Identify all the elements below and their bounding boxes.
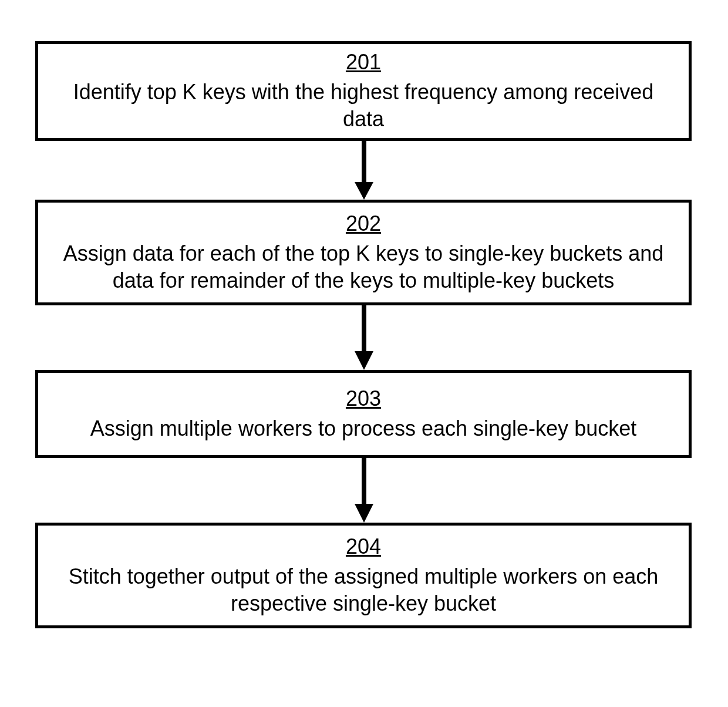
- svg-marker-3: [355, 351, 373, 370]
- svg-marker-5: [355, 504, 373, 523]
- step-text: Identify top K keys with the highest fre…: [52, 79, 675, 134]
- flowchart-step-201: 201 Identify top K keys with the highest…: [35, 41, 692, 141]
- step-text: Assign data for each of the top K keys t…: [52, 240, 675, 295]
- flowchart-canvas: 201 Identify top K keys with the highest…: [0, 0, 728, 707]
- arrow-down-icon: [352, 458, 376, 523]
- flowchart-arrow: [0, 141, 728, 200]
- arrow-down-icon: [352, 141, 376, 200]
- step-id: 204: [346, 533, 381, 561]
- arrow-down-icon: [352, 305, 376, 370]
- step-id: 203: [346, 385, 381, 413]
- step-text: Assign multiple workers to process each …: [90, 415, 636, 443]
- flowchart-arrow: [0, 305, 728, 370]
- step-id: 202: [346, 210, 381, 238]
- step-id: 201: [346, 49, 381, 76]
- flowchart-arrow: [0, 458, 728, 523]
- flowchart-step-204: 204 Stitch together output of the assign…: [35, 523, 692, 628]
- flowchart-step-202: 202 Assign data for each of the top K ke…: [35, 200, 692, 305]
- svg-marker-1: [355, 182, 373, 200]
- step-text: Stitch together output of the assigned m…: [52, 563, 675, 618]
- flowchart-step-203: 203 Assign multiple workers to process e…: [35, 370, 692, 458]
